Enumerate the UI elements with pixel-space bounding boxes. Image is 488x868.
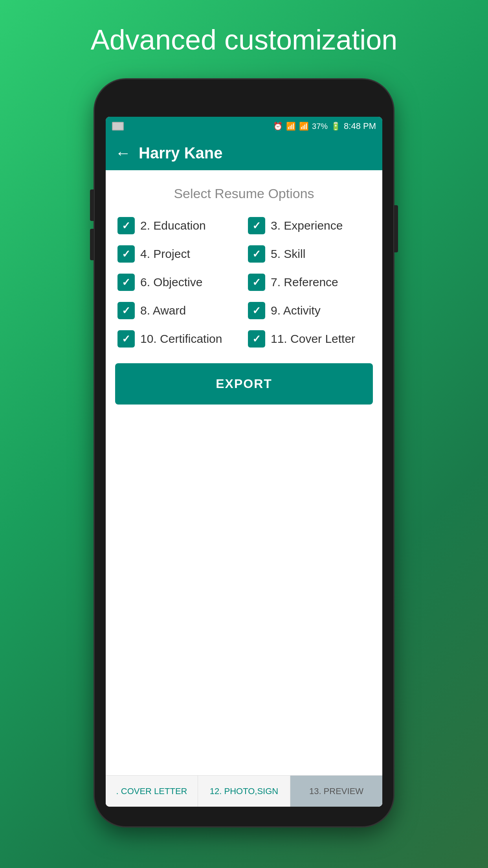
option-label-reference: 7. Reference [271,276,338,289]
option-project[interactable]: 4. Project [117,241,240,267]
tab-preview-label: 13. PREVIEW [309,786,363,796]
tab-cover-letter[interactable]: . COVER LETTER [106,776,198,807]
option-award[interactable]: 8. Award [117,298,240,323]
side-button-right [394,205,398,252]
alarm-icon: ⏰ [273,121,283,131]
tab-cover-letter-label: . COVER LETTER [116,786,187,796]
phone-body: ⏰ 📶 📶 37% 🔋 8:48 PM ← Harry Kane Select … [95,79,393,826]
bottom-tab-bar: . COVER LETTER 12. PHOTO,SIGN 13. PREVIE… [106,775,382,807]
toolbar: ← Harry Kane [106,136,382,170]
battery-icon: 🔋 [331,121,341,131]
toolbar-title: Harry Kane [139,144,222,162]
checkbox-education[interactable] [117,217,135,234]
status-bar: ⏰ 📶 📶 37% 🔋 8:48 PM [106,117,382,136]
checkbox-experience[interactable] [248,217,265,234]
status-time: 8:48 PM [344,121,376,131]
status-left-icons [112,122,125,131]
options-grid: 2. Education 3. Experience 4. Project 5.… [106,213,382,351]
option-label-project: 4. Project [140,247,190,261]
checkbox-skill[interactable] [248,245,265,263]
battery-text: 37% [312,122,328,131]
main-content: Select Resume Options 2. Education 3. Ex… [106,170,382,807]
checkbox-activity[interactable] [248,302,265,319]
section-title: Select Resume Options [106,186,382,201]
option-label-experience: 3. Experience [271,219,343,232]
wifi-icon: 📶 [286,121,296,131]
checkbox-project[interactable] [117,245,135,263]
checkbox-award[interactable] [117,302,135,319]
option-education[interactable]: 2. Education [117,213,240,238]
tab-preview[interactable]: 13. PREVIEW [290,776,382,807]
phone-frame: ⏰ 📶 📶 37% 🔋 8:48 PM ← Harry Kane Select … [95,79,393,826]
checkbox-objective[interactable] [117,274,135,291]
option-label-skill: 5. Skill [271,247,305,261]
option-label-award: 8. Award [140,304,186,317]
side-button-left-1 [90,189,94,221]
signal-icon: 📶 [299,121,309,131]
status-icons: ⏰ 📶 📶 37% 🔋 8:48 PM [273,121,376,131]
option-skill[interactable]: 5. Skill [248,241,371,267]
option-certification[interactable]: 10. Certification [117,326,240,351]
option-cover-letter[interactable]: 11. Cover Letter [248,326,371,351]
phone-screen: ⏰ 📶 📶 37% 🔋 8:48 PM ← Harry Kane Select … [106,117,382,807]
option-reference[interactable]: 7. Reference [248,270,371,295]
option-objective[interactable]: 6. Objective [117,270,240,295]
checkbox-certification[interactable] [117,330,135,348]
option-label-cover-letter: 11. Cover Letter [271,332,355,346]
tab-photo-sign[interactable]: 12. PHOTO,SIGN [198,776,290,807]
tab-photo-sign-label: 12. PHOTO,SIGN [210,786,278,796]
side-button-left-2 [90,229,94,260]
checkbox-reference[interactable] [248,274,265,291]
option-label-objective: 6. Objective [140,276,202,289]
option-label-education: 2. Education [140,219,206,232]
page-title: Advanced customization [0,24,488,56]
export-button[interactable]: EXPORT [115,363,373,405]
option-activity[interactable]: 9. Activity [248,298,371,323]
content-spacer [106,412,382,775]
back-button[interactable]: ← [115,145,131,161]
image-icon [112,122,124,131]
option-label-activity: 9. Activity [271,304,321,317]
option-experience[interactable]: 3. Experience [248,213,371,238]
checkbox-cover-letter[interactable] [248,330,265,348]
option-label-certification: 10. Certification [140,332,222,346]
